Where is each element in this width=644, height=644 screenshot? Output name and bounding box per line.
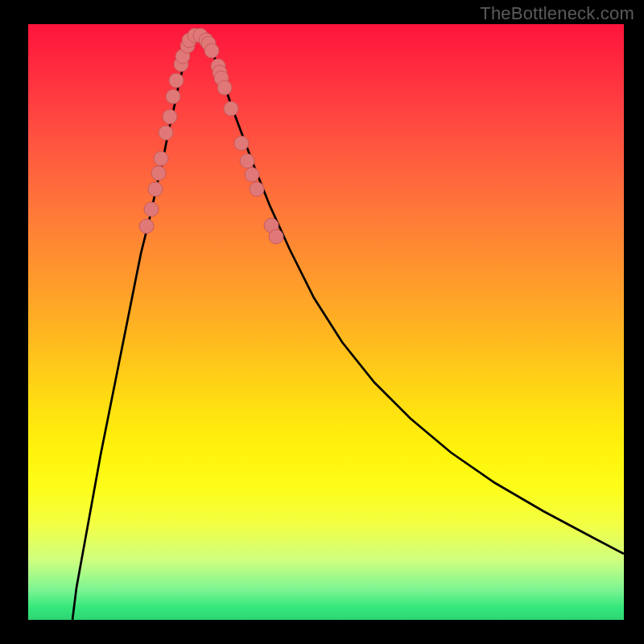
curve-svg <box>28 24 624 620</box>
data-point <box>250 182 264 196</box>
data-point <box>154 151 168 166</box>
data-point <box>224 101 238 116</box>
bottleneck-curve <box>72 36 624 620</box>
data-points <box>139 28 283 244</box>
data-point <box>240 154 254 168</box>
data-point <box>217 80 232 95</box>
data-point <box>245 167 259 182</box>
data-point <box>166 89 180 104</box>
chart-frame: TheBottleneck.com <box>0 0 644 644</box>
watermark-text: TheBottleneck.com <box>480 3 634 24</box>
data-point <box>169 73 184 88</box>
data-point <box>139 219 154 233</box>
data-point <box>204 43 219 58</box>
data-point <box>163 109 177 124</box>
data-point <box>269 229 283 244</box>
data-point <box>144 202 159 217</box>
data-point <box>148 182 163 196</box>
data-point <box>159 126 173 140</box>
plot-area <box>28 24 624 620</box>
data-point <box>151 166 166 180</box>
data-point <box>234 136 249 151</box>
